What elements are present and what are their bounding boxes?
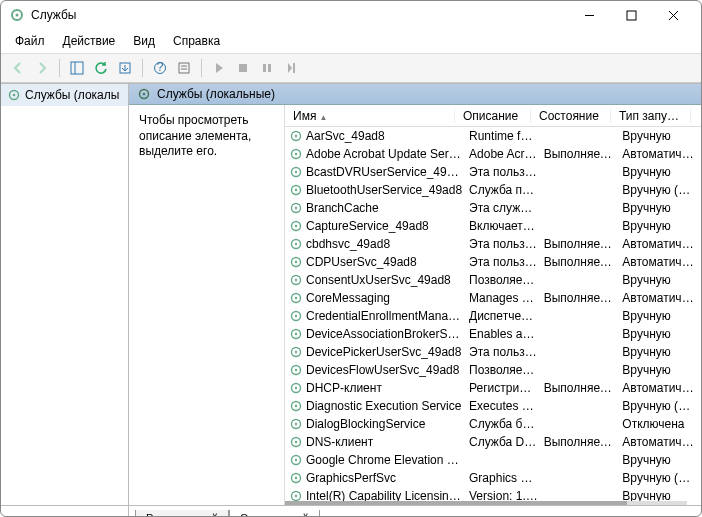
- menu-help[interactable]: Справка: [165, 31, 228, 51]
- col-state[interactable]: Состояние: [531, 109, 611, 123]
- gear-icon: [289, 453, 303, 467]
- cell-state: Выполняется: [544, 435, 623, 449]
- back-button[interactable]: [7, 57, 29, 79]
- cell-start: Вручную: [622, 219, 701, 233]
- table-row[interactable]: CoreMessagingManages c…ВыполняетсяАвтома…: [285, 289, 701, 307]
- gear-icon: [289, 201, 303, 215]
- gear-icon: [289, 435, 303, 449]
- cell-name: DevicePickerUserSvc_49ad8: [306, 345, 469, 359]
- table-row[interactable]: BcastDVRUserService_49ad8Эта польз…Вручн…: [285, 163, 701, 181]
- start-service-button[interactable]: [208, 57, 230, 79]
- cell-name: CredentialEnrollmentMana…: [306, 309, 469, 323]
- cell-start: Вручную: [622, 309, 701, 323]
- show-tree-button[interactable]: [66, 57, 88, 79]
- table-row[interactable]: BluetoothUserService_49ad8Служба п…Вручн…: [285, 181, 701, 199]
- svg-point-29: [295, 189, 297, 191]
- separator: [59, 59, 60, 77]
- separator: [201, 59, 202, 77]
- cell-desc: Graphics p…: [469, 471, 544, 485]
- window-title: Службы: [31, 8, 569, 22]
- menu-view[interactable]: Вид: [125, 31, 163, 51]
- gear-icon: [289, 183, 303, 197]
- svg-rect-6: [71, 62, 83, 74]
- table-row[interactable]: cbdhsvc_49ad8Эта польз…ВыполняетсяАвтома…: [285, 235, 701, 253]
- tab-standard[interactable]: Стандартный: [229, 510, 320, 517]
- tab-extended[interactable]: Расширенный: [135, 510, 229, 517]
- table-row[interactable]: Google Chrome Elevation S…Вручную: [285, 451, 701, 469]
- forward-button[interactable]: [31, 57, 53, 79]
- svg-point-59: [295, 459, 297, 461]
- cell-name: DNS-клиент: [306, 435, 469, 449]
- table-row[interactable]: GraphicsPerfSvcGraphics p…Вручную (ак…: [285, 469, 701, 487]
- cell-start: Вручную: [622, 129, 701, 143]
- svg-point-1: [16, 14, 19, 17]
- cell-name: Intel(R) Capability Licensing…: [306, 489, 469, 501]
- sort-asc-icon: ▲: [316, 113, 327, 122]
- gear-icon: [289, 309, 303, 323]
- cell-name: DevicesFlowUserSvc_49ad8: [306, 363, 469, 377]
- cell-desc: Runtime fo…: [469, 129, 544, 143]
- tree-pane: Службы (локалы: [1, 84, 129, 517]
- table-row[interactable]: DialogBlockingServiceСлужба б…Отключена: [285, 415, 701, 433]
- scroll-thumb[interactable]: [285, 501, 627, 505]
- table-row[interactable]: CredentialEnrollmentMana…Диспетчер…Вручн…: [285, 307, 701, 325]
- maximize-button[interactable]: [611, 1, 651, 29]
- col-name[interactable]: Имя▲: [285, 109, 455, 123]
- restart-service-button[interactable]: [280, 57, 302, 79]
- export-button[interactable]: [114, 57, 136, 79]
- properties-button[interactable]: [173, 57, 195, 79]
- title-bar: Службы: [1, 1, 701, 29]
- svg-point-61: [295, 477, 297, 479]
- cell-desc: Эта польз…: [469, 255, 544, 269]
- menu-action[interactable]: Действие: [55, 31, 124, 51]
- pane-title: Службы (локальные): [157, 87, 275, 101]
- col-startup[interactable]: Тип запуска: [611, 109, 691, 123]
- table-row[interactable]: CaptureService_49ad8Включает …Вручную: [285, 217, 701, 235]
- table-row[interactable]: DevicesFlowUserSvc_49ad8Позволяет…Вручну…: [285, 361, 701, 379]
- svg-text:?: ?: [157, 61, 164, 74]
- menu-file[interactable]: Файл: [7, 31, 53, 51]
- gear-icon: [289, 165, 303, 179]
- stop-service-button[interactable]: [232, 57, 254, 79]
- table-row[interactable]: AarSvc_49ad8Runtime fo…Вручную: [285, 127, 701, 145]
- cell-name: GraphicsPerfSvc: [306, 471, 469, 485]
- pause-service-button[interactable]: [256, 57, 278, 79]
- svg-point-21: [143, 93, 146, 96]
- rows-container[interactable]: AarSvc_49ad8Runtime fo…ВручнуюAdobe Acro…: [285, 127, 701, 501]
- toolbar: ?: [1, 54, 701, 83]
- gear-icon: [7, 88, 21, 102]
- cell-name: Google Chrome Elevation S…: [306, 453, 469, 467]
- table-row[interactable]: Diagnostic Execution ServiceExecutes di……: [285, 397, 701, 415]
- cell-desc: Manages c…: [469, 291, 544, 305]
- help-button[interactable]: ?: [149, 57, 171, 79]
- table-row[interactable]: ConsentUxUserSvc_49ad8Позволяет…Вручную: [285, 271, 701, 289]
- table-row[interactable]: BranchCacheЭта служб…Вручную: [285, 199, 701, 217]
- table-row[interactable]: DeviceAssociationBrokerSv…Enables ap…Вру…: [285, 325, 701, 343]
- refresh-button[interactable]: [90, 57, 112, 79]
- cell-state: Выполняется: [544, 381, 623, 395]
- gear-icon: [289, 381, 303, 395]
- cell-name: Adobe Acrobat Update Serv…: [306, 147, 469, 161]
- cell-name: Diagnostic Execution Service: [306, 399, 469, 413]
- tree-root-node[interactable]: Службы (локалы: [1, 84, 128, 106]
- table-row[interactable]: Adobe Acrobat Update Serv…Adobe Acr…Выпо…: [285, 145, 701, 163]
- minimize-button[interactable]: [569, 1, 609, 29]
- horizontal-scrollbar[interactable]: [285, 501, 687, 505]
- svg-rect-17: [293, 63, 295, 73]
- gear-icon: [289, 417, 303, 431]
- col-description[interactable]: Описание: [455, 109, 531, 123]
- cell-desc: Enables ap…: [469, 327, 544, 341]
- separator: [142, 59, 143, 77]
- cell-desc: Позволяет…: [469, 273, 544, 287]
- table-row[interactable]: DHCP-клиентРегистрир…ВыполняетсяАвтомати…: [285, 379, 701, 397]
- service-list: Имя▲ Описание Состояние Тип запуска AarS…: [284, 105, 701, 505]
- table-row[interactable]: DevicePickerUserSvc_49ad8Эта польз…Вручн…: [285, 343, 701, 361]
- close-button[interactable]: [653, 1, 693, 29]
- table-row[interactable]: CDPUserSvc_49ad8Эта польз…ВыполняетсяАвт…: [285, 253, 701, 271]
- cell-name: AarSvc_49ad8: [306, 129, 469, 143]
- gear-icon: [289, 399, 303, 413]
- table-row[interactable]: DNS-клиентСлужба D…ВыполняетсяАвтоматиче…: [285, 433, 701, 451]
- cell-start: Вручную: [622, 363, 701, 377]
- table-row[interactable]: Intel(R) Capability Licensing…Version: 1…: [285, 487, 701, 501]
- svg-point-23: [295, 135, 297, 137]
